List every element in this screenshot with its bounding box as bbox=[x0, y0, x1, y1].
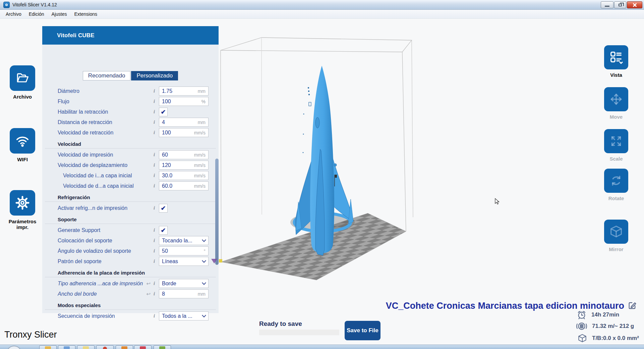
leaf-app-icon bbox=[159, 346, 165, 349]
taskbar-app-0[interactable] bbox=[39, 345, 57, 349]
sidebar-item-wifi[interactable]: WIFI bbox=[2, 128, 43, 162]
start-orb[interactable] bbox=[6, 346, 22, 349]
orange-app-icon bbox=[121, 346, 127, 349]
sidebar-item-archivo[interactable]: Archivo bbox=[2, 65, 43, 100]
setting-label: Colocación del soporte bbox=[58, 238, 153, 244]
menu-item-edicin[interactable]: Edición bbox=[26, 11, 47, 17]
setting-value: 100 bbox=[162, 130, 194, 136]
reset-icon[interactable]: ↩ bbox=[146, 281, 151, 287]
setting-value: 100 bbox=[162, 99, 201, 105]
wifi-button[interactable] bbox=[10, 128, 35, 154]
save-to-file-button[interactable]: Save to File bbox=[345, 321, 380, 340]
mirror-button[interactable] bbox=[604, 220, 628, 244]
setting-checkbox[interactable]: ✔ bbox=[159, 204, 168, 213]
setting-checkbox[interactable]: ✔ bbox=[159, 108, 168, 116]
menu-item-extensions[interactable]: Extensions bbox=[72, 11, 100, 17]
setting-checkbox[interactable]: ✔ bbox=[159, 226, 168, 235]
rotate-button[interactable] bbox=[604, 169, 628, 193]
settings-rows: Diámetroi1.75mmFlujoi100%Habilitar la re… bbox=[42, 86, 219, 321]
setting-select[interactable]: Tocando la... bbox=[159, 236, 209, 245]
setting-label: Distancia de retracción bbox=[58, 119, 153, 125]
settings-section: Adherencia de la placa de impresión bbox=[42, 267, 219, 278]
setting-input[interactable]: 4mm bbox=[159, 118, 209, 127]
viewport-3d[interactable] bbox=[219, 19, 644, 318]
sidebar-item-label: Parámetros impr. bbox=[2, 219, 43, 230]
move-arrows-icon bbox=[608, 92, 624, 107]
rocket-fin-right bbox=[333, 158, 352, 221]
tab-recomendado[interactable]: Recomendado bbox=[83, 71, 131, 80]
section-divider bbox=[45, 309, 216, 310]
setting-value: 120 bbox=[162, 162, 194, 168]
setting-select[interactable]: Líneas bbox=[159, 257, 209, 266]
setting-label: Ancho del borde bbox=[58, 291, 146, 297]
menu-item-ajustes[interactable]: Ajustes bbox=[49, 11, 69, 17]
setting-input[interactable]: 30.0mm/s bbox=[159, 171, 209, 180]
mirror-cube-icon bbox=[608, 224, 624, 239]
move-button[interactable] bbox=[604, 87, 628, 111]
info-icon: i bbox=[153, 152, 156, 158]
tool-scale[interactable]: Scale bbox=[596, 129, 636, 162]
rotate-arrows-icon bbox=[608, 173, 624, 188]
minimize-button[interactable] bbox=[601, 1, 613, 8]
setting-select[interactable]: Borde bbox=[159, 279, 209, 288]
tool-move[interactable]: Move bbox=[596, 87, 636, 120]
setting-select[interactable]: Todos a la ... bbox=[159, 311, 209, 321]
setting-input[interactable]: 60mm/s bbox=[159, 150, 209, 159]
restore-button[interactable] bbox=[614, 1, 626, 8]
taskbar-app-6[interactable] bbox=[154, 345, 171, 349]
settings-row: Velocidad de retraccióni100mm/s bbox=[42, 127, 219, 138]
open-file-button[interactable] bbox=[10, 65, 35, 91]
section-title: Velocidad bbox=[58, 141, 219, 147]
menu-item-archivo[interactable]: Archivo bbox=[3, 11, 24, 17]
rename-button[interactable] bbox=[628, 301, 637, 311]
section-title: Adherencia de la placa de impresión bbox=[58, 270, 219, 276]
settings-row: Velocidad de desplazamientoi120mm/s bbox=[42, 160, 219, 170]
setting-input[interactable]: 100% bbox=[159, 97, 209, 106]
view-button[interactable] bbox=[604, 45, 628, 69]
taskbar-app-5[interactable] bbox=[134, 345, 152, 349]
setting-value: Líneas bbox=[162, 258, 202, 265]
tab-personalizado[interactable]: Personalizado bbox=[131, 71, 178, 80]
setting-label: Velocidad de desplazamiento bbox=[58, 162, 153, 168]
tool-label: Move bbox=[596, 114, 636, 120]
setting-value: 60.0 bbox=[162, 183, 194, 189]
setting-unit: mm/s bbox=[194, 152, 206, 158]
window-title: Vitofeli Slicer V1.4.12 bbox=[12, 2, 57, 7]
info-icon: i bbox=[153, 109, 156, 115]
setting-input[interactable]: 8mm bbox=[159, 289, 209, 298]
scale-button[interactable] bbox=[604, 129, 628, 153]
taskbar-app-3[interactable] bbox=[96, 345, 114, 349]
tool-vista[interactable]: Vista bbox=[596, 45, 636, 78]
tool-mirror[interactable]: Mirror bbox=[596, 220, 636, 252]
setting-unit: mm bbox=[198, 89, 206, 94]
plate-origin-marker bbox=[219, 259, 222, 263]
setting-unit: mm/s bbox=[194, 130, 206, 135]
setting-value: Tocando la... bbox=[162, 238, 202, 244]
tool-rotate[interactable]: Rotate bbox=[596, 169, 636, 201]
windows-taskbar[interactable] bbox=[0, 345, 644, 349]
folder-icon bbox=[45, 346, 51, 349]
setting-input[interactable]: 100mm/s bbox=[159, 128, 209, 137]
settings-scrollbar[interactable] bbox=[215, 159, 219, 265]
info-icon: i bbox=[153, 281, 156, 286]
close-button[interactable] bbox=[627, 1, 642, 8]
taskbar-app-2[interactable] bbox=[77, 345, 95, 349]
settings-row: Distancia de retraccióni4mm bbox=[42, 117, 219, 127]
sidebar-item-label: Archivo bbox=[2, 94, 43, 100]
print-settings-button[interactable] bbox=[10, 190, 35, 216]
settings-row: Activar refrig...n de impresióni✔ bbox=[42, 203, 219, 213]
taskbar-app-4[interactable] bbox=[116, 345, 133, 349]
reset-icon[interactable]: ↩ bbox=[146, 291, 151, 297]
setting-input[interactable]: 1.75mm bbox=[159, 86, 209, 96]
sidebar-item-label: WIFI bbox=[2, 157, 43, 162]
setting-input[interactable]: 60.0mm/s bbox=[159, 181, 209, 190]
setting-input[interactable]: 50° bbox=[159, 246, 209, 255]
setting-value: 4 bbox=[162, 119, 198, 125]
clock-icon bbox=[576, 309, 587, 320]
setting-input[interactable]: 120mm/s bbox=[159, 161, 209, 170]
status-text: Ready to save bbox=[259, 320, 302, 328]
section-title: Soporte bbox=[58, 217, 219, 222]
sidebar-item-parametros[interactable]: Parámetros impr. bbox=[2, 190, 43, 230]
taskbar-app-1[interactable] bbox=[58, 345, 75, 349]
settings-section: Refrigeración bbox=[42, 191, 219, 203]
